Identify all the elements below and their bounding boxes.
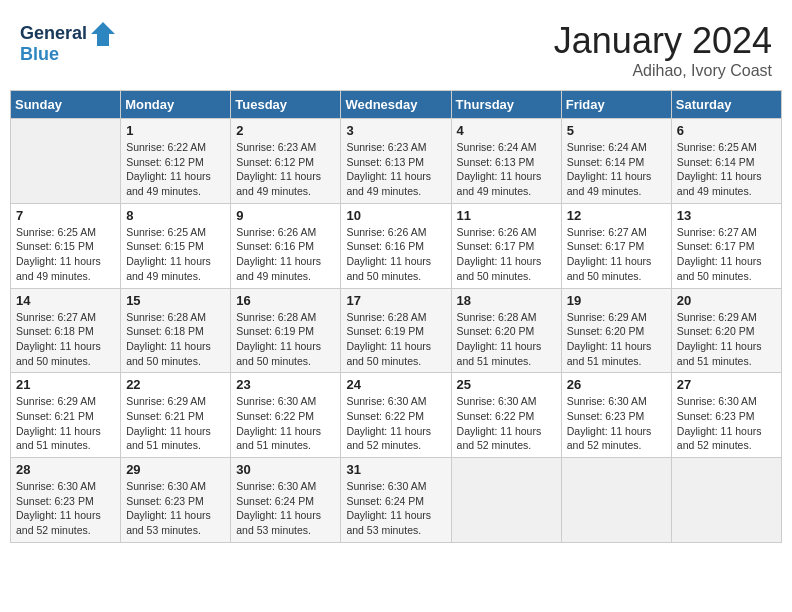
day-info: Sunrise: 6:26 AM Sunset: 6:17 PM Dayligh… — [457, 225, 556, 284]
calendar-cell: 12Sunrise: 6:27 AM Sunset: 6:17 PM Dayli… — [561, 203, 671, 288]
day-info: Sunrise: 6:25 AM Sunset: 6:14 PM Dayligh… — [677, 140, 776, 199]
day-info: Sunrise: 6:30 AM Sunset: 6:23 PM Dayligh… — [677, 394, 776, 453]
day-info: Sunrise: 6:29 AM Sunset: 6:20 PM Dayligh… — [567, 310, 666, 369]
weekday-thursday: Thursday — [451, 91, 561, 119]
calendar-cell: 15Sunrise: 6:28 AM Sunset: 6:18 PM Dayli… — [121, 288, 231, 373]
calendar-cell: 11Sunrise: 6:26 AM Sunset: 6:17 PM Dayli… — [451, 203, 561, 288]
day-info: Sunrise: 6:23 AM Sunset: 6:12 PM Dayligh… — [236, 140, 335, 199]
svg-marker-0 — [91, 22, 115, 46]
calendar-cell: 4Sunrise: 6:24 AM Sunset: 6:13 PM Daylig… — [451, 119, 561, 204]
calendar-cell: 8Sunrise: 6:25 AM Sunset: 6:15 PM Daylig… — [121, 203, 231, 288]
weekday-monday: Monday — [121, 91, 231, 119]
day-number: 5 — [567, 123, 666, 138]
calendar-cell: 28Sunrise: 6:30 AM Sunset: 6:23 PM Dayli… — [11, 458, 121, 543]
day-number: 21 — [16, 377, 115, 392]
calendar-week-3: 14Sunrise: 6:27 AM Sunset: 6:18 PM Dayli… — [11, 288, 782, 373]
calendar-cell: 3Sunrise: 6:23 AM Sunset: 6:13 PM Daylig… — [341, 119, 451, 204]
day-number: 7 — [16, 208, 115, 223]
day-number: 30 — [236, 462, 335, 477]
day-info: Sunrise: 6:22 AM Sunset: 6:12 PM Dayligh… — [126, 140, 225, 199]
day-number: 18 — [457, 293, 556, 308]
day-info: Sunrise: 6:29 AM Sunset: 6:21 PM Dayligh… — [126, 394, 225, 453]
day-info: Sunrise: 6:27 AM Sunset: 6:17 PM Dayligh… — [677, 225, 776, 284]
month-title: January 2024 — [554, 20, 772, 62]
day-info: Sunrise: 6:30 AM Sunset: 6:23 PM Dayligh… — [126, 479, 225, 538]
day-number: 8 — [126, 208, 225, 223]
day-number: 24 — [346, 377, 445, 392]
day-number: 12 — [567, 208, 666, 223]
day-info: Sunrise: 6:23 AM Sunset: 6:13 PM Dayligh… — [346, 140, 445, 199]
day-info: Sunrise: 6:28 AM Sunset: 6:19 PM Dayligh… — [346, 310, 445, 369]
calendar-week-5: 28Sunrise: 6:30 AM Sunset: 6:23 PM Dayli… — [11, 458, 782, 543]
day-number: 4 — [457, 123, 556, 138]
calendar-cell: 25Sunrise: 6:30 AM Sunset: 6:22 PM Dayli… — [451, 373, 561, 458]
calendar-cell: 20Sunrise: 6:29 AM Sunset: 6:20 PM Dayli… — [671, 288, 781, 373]
day-number: 29 — [126, 462, 225, 477]
day-number: 10 — [346, 208, 445, 223]
calendar-cell: 26Sunrise: 6:30 AM Sunset: 6:23 PM Dayli… — [561, 373, 671, 458]
calendar-cell: 30Sunrise: 6:30 AM Sunset: 6:24 PM Dayli… — [231, 458, 341, 543]
day-info: Sunrise: 6:28 AM Sunset: 6:19 PM Dayligh… — [236, 310, 335, 369]
day-number: 13 — [677, 208, 776, 223]
calendar-cell — [671, 458, 781, 543]
calendar-cell: 1Sunrise: 6:22 AM Sunset: 6:12 PM Daylig… — [121, 119, 231, 204]
day-info: Sunrise: 6:30 AM Sunset: 6:22 PM Dayligh… — [457, 394, 556, 453]
weekday-sunday: Sunday — [11, 91, 121, 119]
day-number: 22 — [126, 377, 225, 392]
calendar-cell: 21Sunrise: 6:29 AM Sunset: 6:21 PM Dayli… — [11, 373, 121, 458]
location-title: Adihao, Ivory Coast — [554, 62, 772, 80]
calendar-cell — [451, 458, 561, 543]
calendar-cell: 22Sunrise: 6:29 AM Sunset: 6:21 PM Dayli… — [121, 373, 231, 458]
calendar-cell: 18Sunrise: 6:28 AM Sunset: 6:20 PM Dayli… — [451, 288, 561, 373]
day-number: 25 — [457, 377, 556, 392]
title-section: January 2024 Adihao, Ivory Coast — [554, 20, 772, 80]
day-number: 15 — [126, 293, 225, 308]
calendar-cell: 29Sunrise: 6:30 AM Sunset: 6:23 PM Dayli… — [121, 458, 231, 543]
day-info: Sunrise: 6:26 AM Sunset: 6:16 PM Dayligh… — [346, 225, 445, 284]
calendar-cell: 2Sunrise: 6:23 AM Sunset: 6:12 PM Daylig… — [231, 119, 341, 204]
page-header: General Blue January 2024 Adihao, Ivory … — [10, 10, 782, 85]
calendar-week-1: 1Sunrise: 6:22 AM Sunset: 6:12 PM Daylig… — [11, 119, 782, 204]
day-number: 17 — [346, 293, 445, 308]
day-number: 27 — [677, 377, 776, 392]
day-info: Sunrise: 6:30 AM Sunset: 6:23 PM Dayligh… — [567, 394, 666, 453]
weekday-header-row: SundayMondayTuesdayWednesdayThursdayFrid… — [11, 91, 782, 119]
calendar-cell: 9Sunrise: 6:26 AM Sunset: 6:16 PM Daylig… — [231, 203, 341, 288]
calendar-week-2: 7Sunrise: 6:25 AM Sunset: 6:15 PM Daylig… — [11, 203, 782, 288]
weekday-saturday: Saturday — [671, 91, 781, 119]
calendar-cell: 27Sunrise: 6:30 AM Sunset: 6:23 PM Dayli… — [671, 373, 781, 458]
day-number: 31 — [346, 462, 445, 477]
day-number: 14 — [16, 293, 115, 308]
day-number: 19 — [567, 293, 666, 308]
day-number: 20 — [677, 293, 776, 308]
day-number: 1 — [126, 123, 225, 138]
day-info: Sunrise: 6:28 AM Sunset: 6:18 PM Dayligh… — [126, 310, 225, 369]
weekday-friday: Friday — [561, 91, 671, 119]
logo: General Blue — [20, 20, 117, 65]
calendar-cell — [561, 458, 671, 543]
calendar-cell: 7Sunrise: 6:25 AM Sunset: 6:15 PM Daylig… — [11, 203, 121, 288]
day-info: Sunrise: 6:25 AM Sunset: 6:15 PM Dayligh… — [126, 225, 225, 284]
day-info: Sunrise: 6:29 AM Sunset: 6:21 PM Dayligh… — [16, 394, 115, 453]
day-info: Sunrise: 6:24 AM Sunset: 6:14 PM Dayligh… — [567, 140, 666, 199]
calendar-table: SundayMondayTuesdayWednesdayThursdayFrid… — [10, 90, 782, 543]
calendar-cell — [11, 119, 121, 204]
day-number: 16 — [236, 293, 335, 308]
weekday-wednesday: Wednesday — [341, 91, 451, 119]
day-info: Sunrise: 6:27 AM Sunset: 6:18 PM Dayligh… — [16, 310, 115, 369]
day-number: 28 — [16, 462, 115, 477]
calendar-cell: 10Sunrise: 6:26 AM Sunset: 6:16 PM Dayli… — [341, 203, 451, 288]
day-info: Sunrise: 6:30 AM Sunset: 6:24 PM Dayligh… — [346, 479, 445, 538]
day-number: 11 — [457, 208, 556, 223]
day-info: Sunrise: 6:29 AM Sunset: 6:20 PM Dayligh… — [677, 310, 776, 369]
calendar-cell: 17Sunrise: 6:28 AM Sunset: 6:19 PM Dayli… — [341, 288, 451, 373]
day-info: Sunrise: 6:30 AM Sunset: 6:23 PM Dayligh… — [16, 479, 115, 538]
calendar-cell: 31Sunrise: 6:30 AM Sunset: 6:24 PM Dayli… — [341, 458, 451, 543]
calendar-cell: 6Sunrise: 6:25 AM Sunset: 6:14 PM Daylig… — [671, 119, 781, 204]
day-number: 9 — [236, 208, 335, 223]
calendar-cell: 13Sunrise: 6:27 AM Sunset: 6:17 PM Dayli… — [671, 203, 781, 288]
calendar-cell: 24Sunrise: 6:30 AM Sunset: 6:22 PM Dayli… — [341, 373, 451, 458]
logo-icon — [89, 20, 117, 48]
day-info: Sunrise: 6:26 AM Sunset: 6:16 PM Dayligh… — [236, 225, 335, 284]
calendar-cell: 5Sunrise: 6:24 AM Sunset: 6:14 PM Daylig… — [561, 119, 671, 204]
